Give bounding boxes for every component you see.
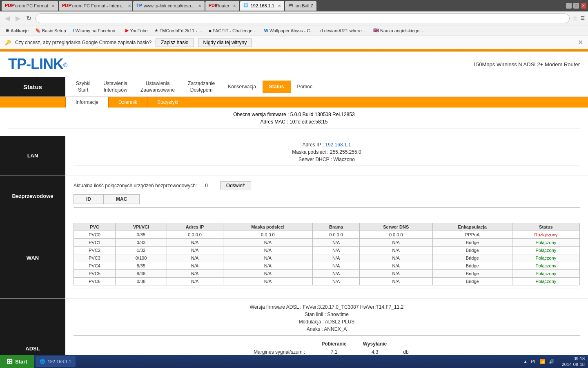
navigation-bar: ◀ ▶ ↻ 192.168.1.1 ☆ ≡ xyxy=(0,11,588,25)
bookmark-icon-1: 🔖 xyxy=(35,28,41,33)
wan-cell: N/A xyxy=(167,239,223,247)
apps-icon: ⊞ xyxy=(6,28,9,33)
start-button[interactable]: ⊞ Start xyxy=(0,355,34,368)
tab-close-3[interactable]: ✕ xyxy=(198,4,201,8)
menu-button[interactable]: ≡ xyxy=(580,14,585,22)
lan-mask-label: Maska podsieci : xyxy=(292,149,330,155)
main-content[interactable]: TP-LINK® 150Mbps Wireless N ADSL2+ Modem… xyxy=(0,49,588,368)
wan-cell: PVC6 xyxy=(74,278,116,285)
wireless-count-value: 0 xyxy=(205,183,208,188)
bookmark-basicsetup[interactable]: 🔖 Basic Setup xyxy=(33,27,69,34)
tray-volume-icon[interactable]: 🔊 xyxy=(549,359,555,364)
wan-cell: PVC4 xyxy=(74,262,116,270)
bookmark-tmcombed-label: TMCombEd 2k11 - ... xyxy=(160,28,203,33)
wan-cell: Bridge xyxy=(432,270,512,278)
bookmark-angielski[interactable]: 🇬🇧 Nauka angielskiego ... xyxy=(371,27,427,34)
bookmark-youtube[interactable]: ▶ YouTube xyxy=(123,27,150,34)
wireless-table: ID MAC xyxy=(74,194,140,204)
forward-button[interactable]: ▶ xyxy=(14,13,22,23)
nav-pomoc[interactable]: Pomoc xyxy=(291,81,319,94)
wan-cell: Połączony xyxy=(512,278,579,285)
bookmark-facebook-label: Witamy na Faceboo... xyxy=(75,28,119,33)
nav-ustawienia-zaawansowane[interactable]: Ustawienia Zaawansowane xyxy=(134,77,181,96)
adsl-annex-value: ANNEX_A xyxy=(324,326,347,332)
wan-header: PVC xyxy=(74,223,116,231)
facebook-icon: f xyxy=(73,28,74,33)
save-password-button[interactable]: Zapisz hasło xyxy=(156,38,194,47)
wan-cell: N/A xyxy=(223,247,313,254)
bookmark-wallpaper[interactable]: W Wallpaper Abyss - C... xyxy=(262,27,316,34)
minimize-button[interactable]: ─ xyxy=(566,3,572,9)
tray-clock[interactable]: 09:18 2014-08-18 xyxy=(559,356,588,368)
wan-divider xyxy=(74,289,580,289)
wan-header: Brama xyxy=(313,223,360,231)
tray-up-arrow[interactable]: ▲ xyxy=(523,359,528,364)
bookmark-deviantart[interactable]: d deviantART: where ... xyxy=(318,27,369,34)
adsl-line-label: Stan linii : xyxy=(305,312,327,317)
wan-cell: N/A xyxy=(223,239,313,247)
wan-cell: N/A xyxy=(313,247,360,254)
nav-konserwacja[interactable]: Konserwacja xyxy=(221,81,263,94)
wan-header: Adres IP xyxy=(167,223,223,231)
firmware-divider xyxy=(8,128,580,128)
wan-header: Maska podsieci xyxy=(223,223,313,231)
wireless-label: Bezprzewodowe xyxy=(0,175,65,217)
wan-cell: 0.0.0.0 xyxy=(313,231,360,239)
mac-label: Adres MAC : xyxy=(261,119,290,125)
wan-cell: N/A xyxy=(223,262,313,270)
address-bar[interactable]: 192.168.1.1 xyxy=(36,13,570,23)
wireless-count-label: Aktualna ilość połączonych urządzeń bezp… xyxy=(74,183,197,188)
tab-tplink[interactable]: TP www.tp-link.com.pl/reso... ✕ xyxy=(133,1,205,11)
bookmark-aplikacje[interactable]: ⊞ Aplikacje xyxy=(3,27,31,34)
close-button[interactable]: ✕ xyxy=(581,3,586,9)
wan-cell: N/A xyxy=(167,247,223,254)
tab-close-4[interactable]: ✕ xyxy=(233,4,236,8)
bookmark-star[interactable]: ☆ xyxy=(572,14,578,22)
tab-192[interactable]: 🌐 192.168.1.1 ✕ xyxy=(240,1,284,11)
wan-cell: PVC0 xyxy=(74,231,116,239)
wan-row: PVC60/38N/AN/AN/AN/ABridgePołączony xyxy=(74,278,580,285)
lan-section: LAN Adres IP : 192.168.1.1 Maska podsiec… xyxy=(0,136,588,175)
wan-cell: 0/38 xyxy=(116,278,167,285)
reload-button[interactable]: ↻ xyxy=(24,13,33,23)
tab-close-5[interactable]: ✕ xyxy=(278,4,281,8)
nav-szybki-start[interactable]: Szybki Start xyxy=(69,77,97,96)
tmcombed-icon: ★ xyxy=(154,28,158,33)
tab-close-2[interactable]: ✕ xyxy=(128,4,131,8)
tray-time-value: 09:18 xyxy=(562,356,585,361)
tab-close-1[interactable]: ✕ xyxy=(51,4,55,8)
wan-cell: N/A xyxy=(359,239,432,247)
wireless-col-id: ID xyxy=(74,195,104,204)
wan-cell: PPPoA xyxy=(432,231,512,239)
bookmark-tmcombed[interactable]: ★ TMCombEd 2k11 - ... xyxy=(152,27,205,34)
wan-cell: PVC2 xyxy=(74,247,116,254)
maximize-button[interactable]: □ xyxy=(573,3,579,9)
firmware-section: Obecna wersja firmware : 5.0.0 Build 130… xyxy=(0,108,588,136)
nav-zarzadzanie-dostepem[interactable]: Zarządzanie Dostępem xyxy=(181,77,221,96)
back-button[interactable]: ◀ xyxy=(3,13,11,23)
tab-informacje[interactable]: Informacje xyxy=(65,97,109,108)
wan-cell: N/A xyxy=(223,254,313,262)
wan-cell: 0.0.0.0 xyxy=(223,231,313,239)
tab-forum1[interactable]: PDF Forum PC Format ✕ xyxy=(2,1,58,11)
tab-forum2[interactable]: PDF Forum PC Format - Intern... ✕ xyxy=(59,1,132,11)
lan-dhcp-value: Włączono xyxy=(333,157,355,162)
nav-ustawienia-interfejsow[interactable]: Ustawienia Interfejsów xyxy=(97,77,134,96)
adsl-line-row: Stan linii : Showtime xyxy=(74,312,580,317)
firmware-label: Obecna wersja firmware : xyxy=(233,112,290,117)
password-bar-close[interactable]: ✕ xyxy=(578,38,583,46)
tab-statystyki[interactable]: Statystyki xyxy=(147,97,188,108)
tab-dziennik[interactable]: Dziennik xyxy=(109,97,147,108)
wan-cell: Bridge xyxy=(432,262,512,270)
wan-cell: Bridge xyxy=(432,278,512,285)
bookmark-faceit[interactable]: ■ FACEIT - Challenge ... xyxy=(206,27,260,34)
nav-status[interactable]: Status xyxy=(263,81,291,94)
nav-items: Szybki Start Ustawienia Interfejsów Usta… xyxy=(65,77,588,96)
never-save-button[interactable]: Nigdy dla tej witryny xyxy=(198,38,252,47)
pdf-favicon-1: PDF xyxy=(5,3,11,9)
bookmark-facebook[interactable]: f Witamy na Faceboo... xyxy=(70,27,122,34)
tab-router[interactable]: PDF Router ✕ xyxy=(205,1,239,11)
wireless-refresh-button[interactable]: Odśwież xyxy=(220,181,251,190)
taskbar-chrome-item[interactable]: 🌐 192.168.1.1 xyxy=(36,356,76,367)
tab-bali[interactable]: 🎮 on Bali Z xyxy=(285,1,316,11)
